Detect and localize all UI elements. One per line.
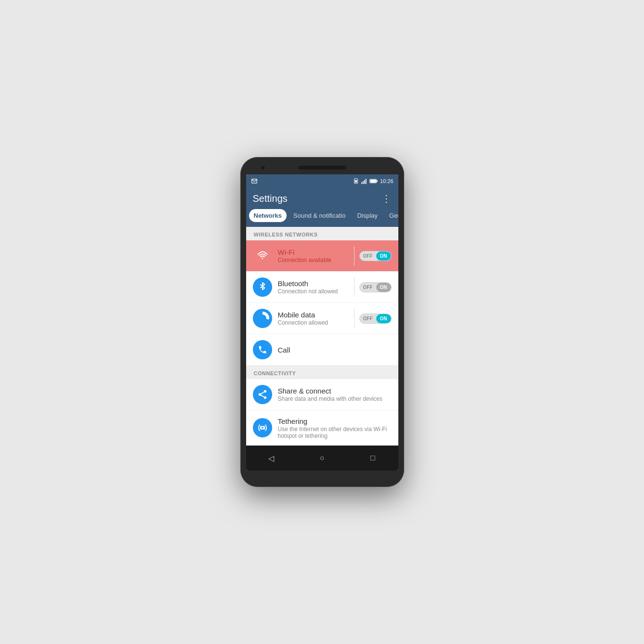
tab-networks[interactable]: Networks [249,209,287,222]
bluetooth-divider [354,277,355,297]
svg-point-11 [263,390,266,393]
tab-sound[interactable]: Sound & notificatio [289,209,350,222]
tethering-subtitle: Use the Internet on other devices via Wi… [278,426,392,439]
svg-rect-3 [361,182,362,184]
mobile-data-icon-container [253,309,272,328]
mobile-data-toggle-on-label: ON [376,314,391,323]
tab-bar: Networks Sound & notificatio Display Gen… [246,209,398,227]
list-item-tethering[interactable]: Tethering Use the Internet on other devi… [246,410,398,446]
sim-icon [353,178,359,184]
mobile-data-toggle[interactable]: OFF ON [359,314,392,324]
status-right: 10:26 [353,178,394,184]
wifi-title: Wi-Fi [278,248,349,256]
call-icon-container [253,340,272,359]
tethering-text: Tethering Use the Internet on other devi… [278,417,392,439]
share-connect-icon [257,389,268,400]
bluetooth-toggle-off-label: OFF [360,283,376,292]
svg-point-10 [262,258,263,259]
svg-rect-6 [366,179,367,184]
status-bar: 10:26 [246,174,398,188]
svg-rect-5 [364,180,365,184]
share-connect-subtitle: Share data and media with other devices [278,395,392,402]
share-connect-text: Share & connect Share data and media wit… [278,387,392,402]
app-bar: Settings ⋮ [246,188,398,209]
signal-icon [361,178,368,184]
share-connect-icon-container [253,385,272,404]
more-options-button[interactable]: ⋮ [381,193,392,204]
bluetooth-subtitle: Connection not allowed [278,288,349,295]
wifi-subtitle: Connection available [278,257,349,263]
mobile-data-title: Mobile data [278,311,349,319]
status-left [251,178,258,184]
bluetooth-toggle-on-label: ON [376,283,391,292]
svg-line-15 [261,392,263,394]
list-item-share-connect[interactable]: Share & connect Share data and media wit… [246,379,398,410]
tethering-icon-container [253,418,272,437]
list-item-mobile-data[interactable]: Mobile data Connection allowed OFF ON [246,303,398,334]
mobile-data-text: Mobile data Connection allowed [278,311,349,326]
phone-screen: 10:26 Settings ⋮ Networks Sound & notifi… [246,174,398,471]
wifi-icon-container [253,246,272,265]
list-item-wifi[interactable]: Wi-Fi Connection available OFF ON [246,240,398,272]
tethering-icon [257,422,268,433]
list-item-bluetooth[interactable]: Bluetooth Connection not allowed OFF ON [246,272,398,303]
bluetooth-icon [258,282,267,292]
list-item-call[interactable]: Call [246,334,398,366]
svg-point-13 [263,396,266,399]
wifi-icon [257,250,268,261]
earpiece-speaker [298,166,346,170]
svg-rect-9 [370,180,376,183]
wifi-divider [354,246,355,265]
svg-rect-4 [363,181,364,184]
navigation-bar: ◁ ○ □ [246,446,398,471]
wifi-toggle-off-label: OFF [360,251,376,261]
bluetooth-title: Bluetooth [278,279,349,288]
bluetooth-icon-container [253,277,272,297]
app-title: Settings [253,193,288,204]
tab-general[interactable]: General [384,209,398,222]
call-title: Call [278,346,392,354]
svg-rect-2 [355,180,357,183]
svg-point-16 [261,426,264,429]
front-camera [261,165,265,170]
phone-device: 10:26 Settings ⋮ Networks Sound & notifi… [240,157,404,487]
call-text: Call [278,346,392,354]
recent-apps-button[interactable]: □ [366,451,380,465]
back-button[interactable]: ◁ [264,451,278,465]
svg-line-14 [261,395,263,397]
settings-content: WIRELESS NETWORKS Wi-Fi Connection avail… [246,227,398,446]
call-icon [258,345,267,355]
wifi-toggle-on-label: ON [376,251,391,261]
clock-display: 10:26 [380,178,394,184]
share-connect-title: Share & connect [278,387,392,395]
svg-point-12 [258,393,261,396]
section-header-wireless: WIRELESS NETWORKS [246,227,398,240]
bluetooth-text: Bluetooth Connection not allowed [278,279,349,295]
mobile-data-divider [354,309,355,328]
svg-rect-8 [377,180,378,182]
home-button[interactable]: ○ [315,451,329,465]
wifi-toggle[interactable]: OFF ON [359,251,392,261]
bluetooth-toggle[interactable]: OFF ON [359,282,392,292]
battery-icon [369,178,378,184]
tab-display[interactable]: Display [352,209,382,222]
notification-icon [251,178,258,184]
mobile-data-toggle-off-label: OFF [360,314,376,323]
section-header-connectivity: CONNECTIVITY [246,366,398,379]
mobile-data-subtitle: Connection allowed [278,319,349,326]
phone-bottom-bezel [246,471,398,475]
wifi-text: Wi-Fi Connection available [278,248,349,263]
tethering-title: Tethering [278,417,392,425]
phone-top [246,166,398,170]
